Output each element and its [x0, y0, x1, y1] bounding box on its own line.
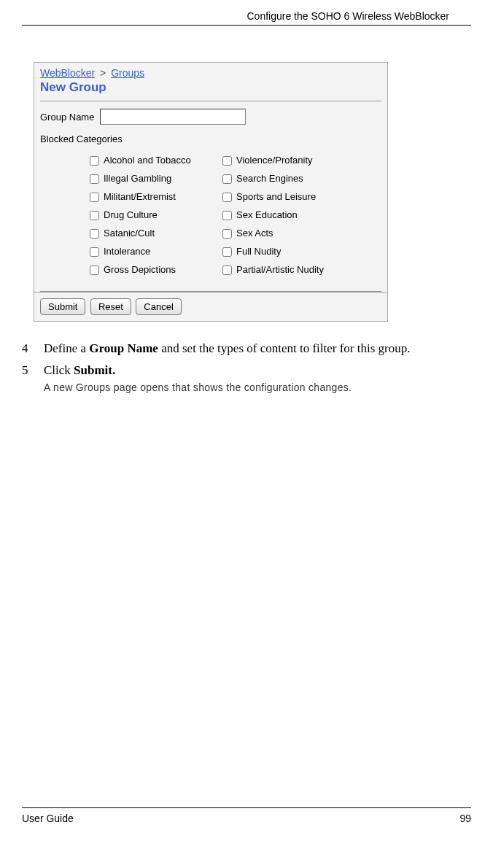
- category-label: Militant/Extremist: [104, 191, 176, 202]
- submit-button[interactable]: Submit: [40, 298, 85, 315]
- checkbox-intolerance[interactable]: [90, 247, 99, 257]
- step-bold: Submit.: [74, 363, 115, 377]
- page-title: New Group: [34, 80, 387, 101]
- step-4: 4 Define a Group Name and set the types …: [22, 340, 471, 357]
- category-label: Violence/Profanity: [236, 155, 313, 166]
- checkbox-sports-leisure[interactable]: [222, 193, 232, 202]
- checkbox-violence-profanity[interactable]: [222, 156, 232, 166]
- checkbox-sex-acts[interactable]: [222, 229, 232, 239]
- category-label: Full Nudity: [236, 246, 281, 257]
- table-row: Illegal Gambling Search Engines: [85, 170, 328, 187]
- checkbox-illegal-gambling[interactable]: [90, 174, 99, 184]
- checkbox-partial-nudity[interactable]: [222, 266, 232, 275]
- step-text: Click: [44, 363, 74, 377]
- table-row: Militant/Extremist Sports and Leisure: [85, 188, 328, 205]
- blocked-categories-label: Blocked Categories: [40, 133, 381, 144]
- category-label: Sports and Leisure: [236, 191, 316, 202]
- category-label: Drug Culture: [104, 209, 158, 220]
- breadcrumb-separator: >: [100, 67, 106, 79]
- category-label: Alcohol and Tobacco: [104, 155, 191, 166]
- step-body: Define a Group Name and set the types of…: [44, 340, 471, 357]
- breadcrumb-parent[interactable]: WebBlocker: [40, 67, 95, 79]
- checkbox-gross-depictions[interactable]: [90, 266, 99, 275]
- header-title: Configure the SOHO 6 Wireless WebBlocker: [246, 10, 449, 22]
- checkbox-drug-culture[interactable]: [90, 211, 99, 220]
- breadcrumb-current[interactable]: Groups: [111, 67, 144, 79]
- instruction-list: 4 Define a Group Name and set the types …: [22, 340, 471, 395]
- category-label: Illegal Gambling: [104, 173, 171, 184]
- checkbox-full-nudity[interactable]: [222, 247, 232, 257]
- checkbox-satanic-cult[interactable]: [90, 229, 99, 239]
- checkbox-sex-education[interactable]: [222, 211, 232, 220]
- embedded-screenshot: WebBlocker > Groups New Group Group Name…: [34, 62, 388, 322]
- table-row: Intolerance Full Nudity: [85, 243, 328, 260]
- category-label: Satanic/Cult: [104, 228, 155, 239]
- checkbox-alcohol-tobacco[interactable]: [90, 156, 99, 166]
- button-row: Submit Reset Cancel: [34, 292, 387, 321]
- table-row: Satanic/Cult Sex Acts: [85, 225, 328, 241]
- footer-left: User Guide: [22, 813, 74, 824]
- reset-button[interactable]: Reset: [90, 298, 131, 315]
- table-row: Alcohol and Tobacco Violence/Profanity: [85, 152, 328, 168]
- step-number: 4: [22, 340, 44, 357]
- step-body: Click Submit. A new Groups page opens th…: [44, 362, 471, 395]
- page-running-header: Configure the SOHO 6 Wireless WebBlocker: [22, 0, 471, 26]
- step-number: 5: [22, 362, 44, 395]
- categories-table: Alcohol and Tobacco Violence/Profanity I…: [84, 150, 330, 279]
- page-footer: User Guide 99: [22, 807, 471, 824]
- category-label: Sex Education: [236, 209, 298, 220]
- category-label: Partial/Artistic Nudity: [236, 264, 324, 275]
- checkbox-militant-extremist[interactable]: [90, 193, 99, 202]
- category-label: Search Engines: [236, 173, 303, 184]
- checkbox-search-engines[interactable]: [222, 174, 232, 184]
- table-row: Drug Culture Sex Education: [85, 206, 328, 223]
- step-text: and set the types of content to filter f…: [158, 341, 411, 355]
- category-label: Intolerance: [104, 246, 150, 257]
- cancel-button[interactable]: Cancel: [136, 298, 181, 315]
- category-label: Sex Acts: [236, 228, 273, 239]
- group-name-input[interactable]: [100, 109, 246, 125]
- step-text: Define a: [44, 341, 89, 355]
- category-label: Gross Depictions: [104, 264, 176, 275]
- group-name-label: Group Name: [40, 112, 94, 123]
- step-bold: Group Name: [89, 341, 158, 355]
- step-note: A new Groups page opens that shows the c…: [44, 381, 471, 395]
- step-5: 5 Click Submit. A new Groups page opens …: [22, 362, 471, 395]
- footer-page-number: 99: [459, 813, 471, 824]
- breadcrumb: WebBlocker > Groups: [34, 63, 387, 80]
- table-row: Gross Depictions Partial/Artistic Nudity: [85, 261, 328, 278]
